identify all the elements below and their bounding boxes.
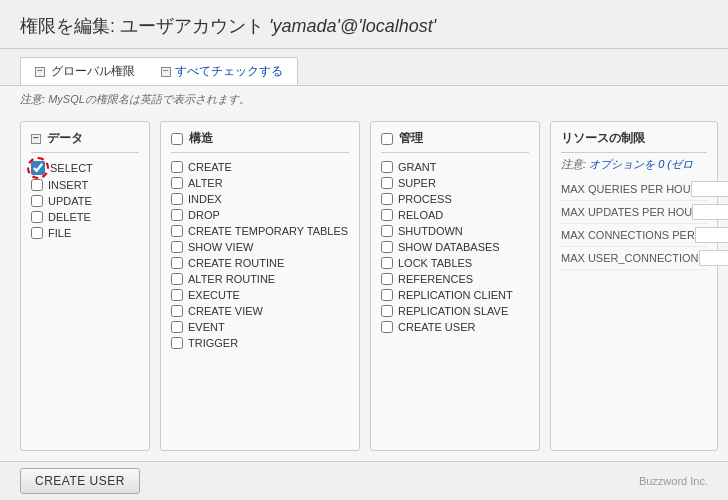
resources-notice: 注意: オプションを 0 (ゼロ (561, 157, 707, 172)
max-queries-row: MAX QUERIES PER HOU (561, 178, 707, 201)
list-item: INDEX (171, 191, 349, 207)
create-routine-checkbox[interactable] (171, 257, 183, 269)
max-user-connections-row: MAX USER_CONNECTION (561, 247, 707, 270)
file-checkbox[interactable] (31, 227, 43, 239)
page-title: 権限を編集: ユーザアカウント 'yamada'@'localhost' (20, 14, 708, 38)
list-item: DROP (171, 207, 349, 223)
max-queries-input[interactable] (691, 181, 728, 197)
insert-checkbox[interactable] (31, 179, 43, 191)
delete-checkbox[interactable] (31, 211, 43, 223)
max-connections-row: MAX CONNECTIONS PER (561, 224, 707, 247)
references-checkbox[interactable] (381, 273, 393, 285)
alter-checkbox[interactable] (171, 177, 183, 189)
list-item: REFERENCES (381, 271, 529, 287)
resources-section-header: リソースの制限 (561, 130, 707, 153)
list-item: ALTER (171, 175, 349, 191)
select-label[interactable]: SELECT (50, 162, 93, 174)
notice-prefix: 注意: (20, 93, 48, 105)
title-user: 'yamada'@'localhost' (269, 16, 436, 36)
check-all-group: すべてチェックする (161, 63, 283, 80)
file-label[interactable]: FILE (48, 227, 71, 239)
super-checkbox[interactable] (381, 177, 393, 189)
list-item: EVENT (171, 319, 349, 335)
list-item: TRIGGER (171, 335, 349, 351)
max-user-connections-input[interactable] (699, 250, 728, 266)
admin-section-title[interactable]: 管理 (399, 130, 423, 147)
list-item: CREATE USER (381, 319, 529, 335)
lock-tables-checkbox[interactable] (381, 257, 393, 269)
list-item: FILE (31, 225, 139, 241)
show-view-checkbox[interactable] (171, 241, 183, 253)
notice-bar: 注意: MySQLの権限名は英語で表示されます。 (0, 86, 728, 113)
tab-global-label: グローバル権限 (51, 63, 135, 80)
data-section: データ SELECT INSERT UPDATE (20, 121, 150, 451)
admin-section-checkbox[interactable] (381, 133, 393, 145)
trigger-checkbox[interactable] (171, 337, 183, 349)
create-temp-checkbox[interactable] (171, 225, 183, 237)
max-user-connections-label: MAX USER_CONNECTION (561, 252, 699, 264)
list-item: CREATE (171, 159, 349, 175)
list-item: PROCESS (381, 191, 529, 207)
execute-checkbox[interactable] (171, 289, 183, 301)
check-all-minus-icon (161, 67, 171, 77)
index-checkbox[interactable] (171, 193, 183, 205)
create-user-checkbox[interactable] (381, 321, 393, 333)
update-label[interactable]: UPDATE (48, 195, 92, 207)
create-checkbox[interactable] (171, 161, 183, 173)
list-item: ALTER ROUTINE (171, 271, 349, 287)
list-item: SHOW VIEW (171, 239, 349, 255)
replication-slave-checkbox[interactable] (381, 305, 393, 317)
max-queries-label: MAX QUERIES PER HOU (561, 183, 691, 195)
process-checkbox[interactable] (381, 193, 393, 205)
list-item: CREATE ROUTINE (171, 255, 349, 271)
list-item: UPDATE (31, 193, 139, 209)
structure-section-checkbox[interactable] (171, 133, 183, 145)
drop-checkbox[interactable] (171, 209, 183, 221)
check-all-button[interactable]: すべてチェックする (175, 63, 283, 80)
admin-section-header: 管理 (381, 130, 529, 153)
data-minus-icon (31, 134, 41, 144)
tabs-bar: グローバル権限 すべてチェックする (0, 49, 728, 86)
update-checkbox[interactable] (31, 195, 43, 207)
privileges-area: データ SELECT INSERT UPDATE (0, 113, 728, 461)
list-item: EXECUTE (171, 287, 349, 303)
structure-section: 構造 CREATE ALTER INDEX DROP CREATE TEMPOR… (160, 121, 360, 451)
list-item: GRANT (381, 159, 529, 175)
buzzword-logo: Buzzword Inc. (639, 475, 708, 487)
show-databases-checkbox[interactable] (381, 241, 393, 253)
list-item: CREATE TEMPORARY TABLES (171, 223, 349, 239)
alter-routine-checkbox[interactable] (171, 273, 183, 285)
event-checkbox[interactable] (171, 321, 183, 333)
list-item: INSERT (31, 177, 139, 193)
grant-checkbox[interactable] (381, 161, 393, 173)
select-checkbox-wrapper (31, 161, 45, 175)
create-view-checkbox[interactable] (171, 305, 183, 317)
notice-body: MySQLの権限名は英語で表示されます。 (48, 93, 250, 105)
resources-section: リソースの制限 注意: オプションを 0 (ゼロ MAX QUERIES PER… (550, 121, 718, 451)
admin-section: 管理 GRANT SUPER PROCESS RELOAD SHUTDOWN S… (370, 121, 540, 451)
list-item: REPLICATION SLAVE (381, 303, 529, 319)
list-item: SHUTDOWN (381, 223, 529, 239)
shutdown-checkbox[interactable] (381, 225, 393, 237)
list-item: CREATE VIEW (171, 303, 349, 319)
main-content: 注意: MySQLの権限名は英語で表示されます。 データ SELECT (0, 86, 728, 461)
reload-checkbox[interactable] (381, 209, 393, 221)
footer-bar: CREATE USER Buzzword Inc. (0, 461, 728, 500)
title-prefix: 権限を編集: ユーザアカウント (20, 16, 269, 36)
insert-label[interactable]: INSERT (48, 179, 88, 191)
create-user-button[interactable]: CREATE USER (20, 468, 140, 494)
list-item: SELECT (31, 159, 139, 177)
list-item: RELOAD (381, 207, 529, 223)
list-item: LOCK TABLES (381, 255, 529, 271)
max-connections-input[interactable] (695, 227, 728, 243)
replication-client-checkbox[interactable] (381, 289, 393, 301)
max-updates-row: MAX UPDATES PER HOU (561, 201, 707, 224)
tab-global-privileges[interactable]: グローバル権限 すべてチェックする (20, 57, 298, 85)
select-checkbox[interactable] (31, 161, 45, 175)
resources-section-title: リソースの制限 (561, 130, 645, 147)
structure-section-title[interactable]: 構造 (189, 130, 213, 147)
max-updates-input[interactable] (692, 204, 728, 220)
data-section-title: データ (47, 130, 83, 147)
delete-label[interactable]: DELETE (48, 211, 91, 223)
list-item: REPLICATION CLIENT (381, 287, 529, 303)
